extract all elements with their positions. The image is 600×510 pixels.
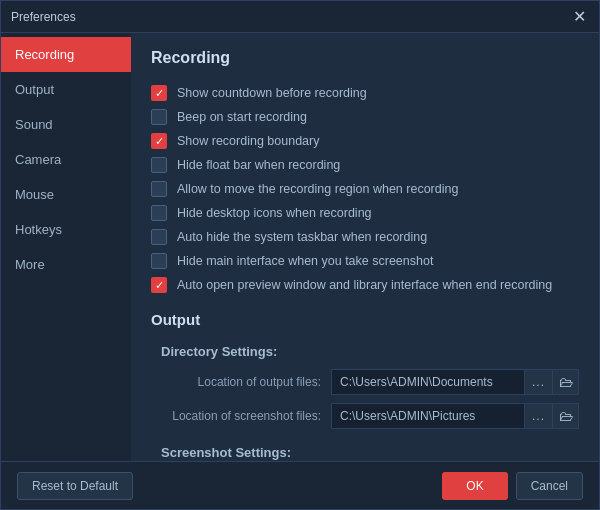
- checkbox-row-taskbar: Auto hide the system taskbar when record…: [151, 229, 579, 245]
- output-files-dots-button[interactable]: ...: [525, 369, 553, 395]
- folder-icon-2: 🗁: [559, 408, 573, 424]
- checkbox-floatbar-label: Hide float bar when recording: [177, 158, 340, 172]
- sidebar-item-recording[interactable]: Recording: [1, 37, 131, 72]
- output-section: Output Directory Settings: Location of o…: [151, 311, 579, 461]
- output-files-folder-button[interactable]: 🗁: [553, 369, 579, 395]
- sidebar-item-camera[interactable]: Camera: [1, 142, 131, 177]
- checkbox-row-moveregion: Allow to move the recording region when …: [151, 181, 579, 197]
- screenshot-files-label: Location of screenshot files:: [161, 409, 331, 423]
- checkbox-hideicons[interactable]: [151, 205, 167, 221]
- checkbox-floatbar[interactable]: [151, 157, 167, 173]
- bottom-bar: Reset to Default OK Cancel: [1, 461, 599, 509]
- screenshot-settings: Screenshot Settings: Screenshot format: …: [151, 445, 579, 461]
- output-files-input-group: ... 🗁: [331, 369, 579, 395]
- output-files-input[interactable]: [331, 369, 525, 395]
- output-section-title: Output: [151, 311, 579, 332]
- reset-button[interactable]: Reset to Default: [17, 472, 133, 500]
- screenshot-files-input[interactable]: [331, 403, 525, 429]
- title-bar: Preferences ✕: [1, 1, 599, 33]
- close-button[interactable]: ✕: [569, 7, 589, 27]
- checkbox-row-floatbar: Hide float bar when recording: [151, 157, 579, 173]
- sidebar: Recording Output Sound Camera Mouse Hotk…: [1, 33, 131, 461]
- checkbox-row-boundary: ✓ Show recording boundary: [151, 133, 579, 149]
- checkbox-autoopen-label: Auto open preview window and library int…: [177, 278, 552, 292]
- sidebar-item-hotkeys[interactable]: Hotkeys: [1, 212, 131, 247]
- screenshot-files-folder-button[interactable]: 🗁: [553, 403, 579, 429]
- checkbox-autoopen[interactable]: ✓: [151, 277, 167, 293]
- right-buttons: OK Cancel: [442, 472, 583, 500]
- screenshot-settings-title: Screenshot Settings:: [161, 445, 579, 460]
- ok-button[interactable]: OK: [442, 472, 507, 500]
- sidebar-item-mouse[interactable]: Mouse: [1, 177, 131, 212]
- screenshot-files-dots-button[interactable]: ...: [525, 403, 553, 429]
- checkbox-taskbar[interactable]: [151, 229, 167, 245]
- checkbox-countdown-label: Show countdown before recording: [177, 86, 367, 100]
- folder-icon: 🗁: [559, 374, 573, 390]
- checkbox-row-countdown: ✓ Show countdown before recording: [151, 85, 579, 101]
- checkbox-beep[interactable]: [151, 109, 167, 125]
- main-content: Recording Output Sound Camera Mouse Hotk…: [1, 33, 599, 461]
- directory-settings-title: Directory Settings:: [161, 344, 579, 359]
- cancel-button[interactable]: Cancel: [516, 472, 583, 500]
- checkbox-taskbar-label: Auto hide the system taskbar when record…: [177, 230, 427, 244]
- screenshot-files-input-group: ... 🗁: [331, 403, 579, 429]
- checkbox-boundary-label: Show recording boundary: [177, 134, 319, 148]
- checkbox-boundary[interactable]: ✓: [151, 133, 167, 149]
- preferences-dialog: Preferences ✕ Recording Output Sound Cam…: [0, 0, 600, 510]
- output-files-label: Location of output files:: [161, 375, 331, 389]
- checkbox-hideicons-label: Hide desktop icons when recording: [177, 206, 372, 220]
- screenshot-files-row: Location of screenshot files: ... 🗁: [151, 403, 579, 429]
- checkbox-hidemain[interactable]: [151, 253, 167, 269]
- sidebar-item-sound[interactable]: Sound: [1, 107, 131, 142]
- recording-section-title: Recording: [151, 49, 579, 73]
- output-files-row: Location of output files: ... 🗁: [151, 369, 579, 395]
- checkbox-countdown[interactable]: ✓: [151, 85, 167, 101]
- checkbox-row-beep: Beep on start recording: [151, 109, 579, 125]
- checkbox-moveregion[interactable]: [151, 181, 167, 197]
- checkbox-row-hideicons: Hide desktop icons when recording: [151, 205, 579, 221]
- checkbox-hidemain-label: Hide main interface when you take screen…: [177, 254, 433, 268]
- dialog-title: Preferences: [11, 10, 76, 24]
- checkbox-row-hidemain: Hide main interface when you take screen…: [151, 253, 579, 269]
- sidebar-item-output[interactable]: Output: [1, 72, 131, 107]
- checkbox-beep-label: Beep on start recording: [177, 110, 307, 124]
- content-area: Recording ✓ Show countdown before record…: [131, 33, 599, 461]
- sidebar-item-more[interactable]: More: [1, 247, 131, 282]
- checkbox-moveregion-label: Allow to move the recording region when …: [177, 182, 458, 196]
- checkbox-row-autoopen: ✓ Auto open preview window and library i…: [151, 277, 579, 293]
